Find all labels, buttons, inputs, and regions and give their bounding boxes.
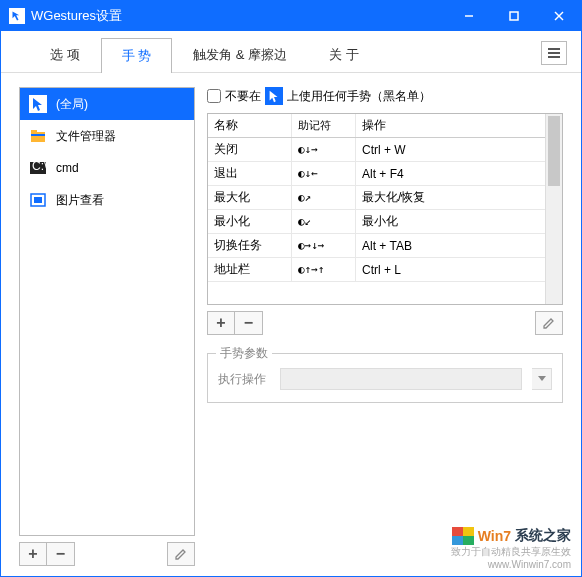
app-item-label: 文件管理器 bbox=[56, 128, 116, 145]
gesture-mnemonic: ◐→↓→ bbox=[292, 234, 356, 257]
cursor-icon bbox=[28, 94, 48, 114]
tab-corners[interactable]: 触发角 & 摩擦边 bbox=[172, 37, 308, 72]
svg-rect-12 bbox=[31, 134, 45, 136]
pencil-icon bbox=[542, 316, 556, 330]
edit-gesture-button[interactable] bbox=[535, 311, 563, 335]
params-legend: 手势参数 bbox=[216, 345, 272, 362]
gesture-mnemonic: ◐↗ bbox=[292, 186, 356, 209]
svg-rect-11 bbox=[31, 130, 37, 133]
app-item-label: (全局) bbox=[56, 96, 88, 113]
app-list[interactable]: (全局) 文件管理器 C:\ cmd 图片查看 bbox=[19, 87, 195, 536]
gesture-action: 最小化 bbox=[356, 210, 545, 233]
app-item-imageviewer[interactable]: 图片查看 bbox=[20, 184, 194, 216]
settings-window: WGestures设置 选 项 手 势 触发角 & 摩擦边 关 于 (全局) 文 bbox=[0, 0, 582, 577]
gesture-mnemonic: ◐↓← bbox=[292, 162, 356, 185]
svg-rect-2 bbox=[510, 12, 518, 20]
gesture-name: 最小化 bbox=[208, 210, 292, 233]
remove-app-button[interactable]: − bbox=[47, 542, 75, 566]
action-label: 执行操作 bbox=[218, 371, 270, 388]
pencil-icon bbox=[174, 547, 188, 561]
tab-gestures[interactable]: 手 势 bbox=[101, 38, 173, 73]
content-area: (全局) 文件管理器 C:\ cmd 图片查看 + − bbox=[1, 73, 581, 576]
svg-marker-18 bbox=[538, 376, 546, 381]
remove-gesture-button[interactable]: − bbox=[235, 311, 263, 335]
window-title: WGestures设置 bbox=[31, 7, 446, 25]
gesture-action: Alt + TAB bbox=[356, 234, 545, 257]
table-row[interactable]: 切换任务 ◐→↓→ Alt + TAB bbox=[208, 234, 545, 258]
svg-marker-0 bbox=[13, 12, 20, 21]
table-row[interactable]: 地址栏 ◐↑→↑ Ctrl + L bbox=[208, 258, 545, 282]
blacklist-label-suffix: 上使用任何手势（黑名单） bbox=[287, 88, 431, 105]
maximize-button[interactable] bbox=[491, 1, 536, 31]
action-row: 执行操作 bbox=[218, 368, 552, 390]
gesture-name: 切换任务 bbox=[208, 234, 292, 257]
tab-options[interactable]: 选 项 bbox=[29, 37, 101, 72]
gesture-table[interactable]: 名称 助记符 操作 关闭 ◐↓→ Ctrl + W 退出 ◐↓← Alt + F… bbox=[208, 114, 545, 304]
gesture-panel: 不要在 上使用任何手势（黑名单） 名称 助记符 操作 关闭 ◐↓→ Ctrl +… bbox=[207, 87, 563, 566]
app-item-global[interactable]: (全局) bbox=[20, 88, 194, 120]
gesture-name: 地址栏 bbox=[208, 258, 292, 281]
chevron-down-icon bbox=[538, 376, 546, 382]
gesture-mnemonic: ◐↓→ bbox=[292, 138, 356, 161]
table-scrollbar[interactable] bbox=[545, 114, 562, 304]
table-header: 名称 助记符 操作 bbox=[208, 114, 545, 138]
gesture-action: Ctrl + L bbox=[356, 258, 545, 281]
tab-about[interactable]: 关 于 bbox=[308, 37, 380, 72]
app-item-cmd[interactable]: C:\ cmd bbox=[20, 152, 194, 184]
window-buttons bbox=[446, 1, 581, 31]
gesture-action: Ctrl + W bbox=[356, 138, 545, 161]
svg-marker-17 bbox=[270, 91, 278, 102]
scrollbar-thumb[interactable] bbox=[548, 116, 560, 186]
action-dropdown[interactable] bbox=[280, 368, 522, 390]
svg-text:C:\: C:\ bbox=[32, 159, 47, 173]
gesture-table-box: 名称 助记符 操作 关闭 ◐↓→ Ctrl + W 退出 ◐↓← Alt + F… bbox=[207, 113, 563, 305]
tab-bar: 选 项 手 势 触发角 & 摩擦边 关 于 bbox=[1, 31, 581, 73]
table-row[interactable]: 最小化 ◐↙ 最小化 bbox=[208, 210, 545, 234]
terminal-icon: C:\ bbox=[28, 158, 48, 178]
svg-rect-10 bbox=[31, 132, 45, 142]
table-row[interactable]: 关闭 ◐↓→ Ctrl + W bbox=[208, 138, 545, 162]
menu-button[interactable] bbox=[541, 41, 567, 65]
cursor-icon bbox=[265, 87, 283, 105]
gesture-action: Alt + F4 bbox=[356, 162, 545, 185]
blacklist-row: 不要在 上使用任何手势（黑名单） bbox=[207, 87, 563, 105]
header-mnemonic[interactable]: 助记符 bbox=[292, 114, 356, 137]
folder-icon bbox=[28, 126, 48, 146]
app-item-label: cmd bbox=[56, 161, 79, 175]
edit-app-button[interactable] bbox=[167, 542, 195, 566]
header-name[interactable]: 名称 bbox=[208, 114, 292, 137]
add-gesture-button[interactable]: + bbox=[207, 311, 235, 335]
minimize-button[interactable] bbox=[446, 1, 491, 31]
gesture-name: 退出 bbox=[208, 162, 292, 185]
gesture-name: 关闭 bbox=[208, 138, 292, 161]
app-item-label: 图片查看 bbox=[56, 192, 104, 209]
close-button[interactable] bbox=[536, 1, 581, 31]
table-row[interactable]: 最大化 ◐↗ 最大化/恢复 bbox=[208, 186, 545, 210]
gesture-mnemonic: ◐↙ bbox=[292, 210, 356, 233]
hamburger-icon bbox=[547, 47, 561, 59]
gesture-action: 最大化/恢复 bbox=[356, 186, 545, 209]
gesture-name: 最大化 bbox=[208, 186, 292, 209]
app-icon bbox=[9, 8, 25, 24]
image-icon bbox=[28, 190, 48, 210]
titlebar: WGestures设置 bbox=[1, 1, 581, 31]
dropdown-button[interactable] bbox=[532, 368, 552, 390]
app-buttons: + − bbox=[19, 542, 195, 566]
gesture-mnemonic: ◐↑→↑ bbox=[292, 258, 356, 281]
app-item-filemanager[interactable]: 文件管理器 bbox=[20, 120, 194, 152]
blacklist-checkbox[interactable] bbox=[207, 89, 221, 103]
params-group: 手势参数 执行操作 bbox=[207, 353, 563, 403]
table-row[interactable]: 退出 ◐↓← Alt + F4 bbox=[208, 162, 545, 186]
gesture-buttons: + − bbox=[207, 311, 563, 335]
header-action[interactable]: 操作 bbox=[356, 114, 545, 137]
blacklist-label-prefix: 不要在 bbox=[225, 88, 261, 105]
app-panel: (全局) 文件管理器 C:\ cmd 图片查看 + − bbox=[19, 87, 195, 566]
svg-rect-16 bbox=[34, 197, 42, 203]
add-app-button[interactable]: + bbox=[19, 542, 47, 566]
